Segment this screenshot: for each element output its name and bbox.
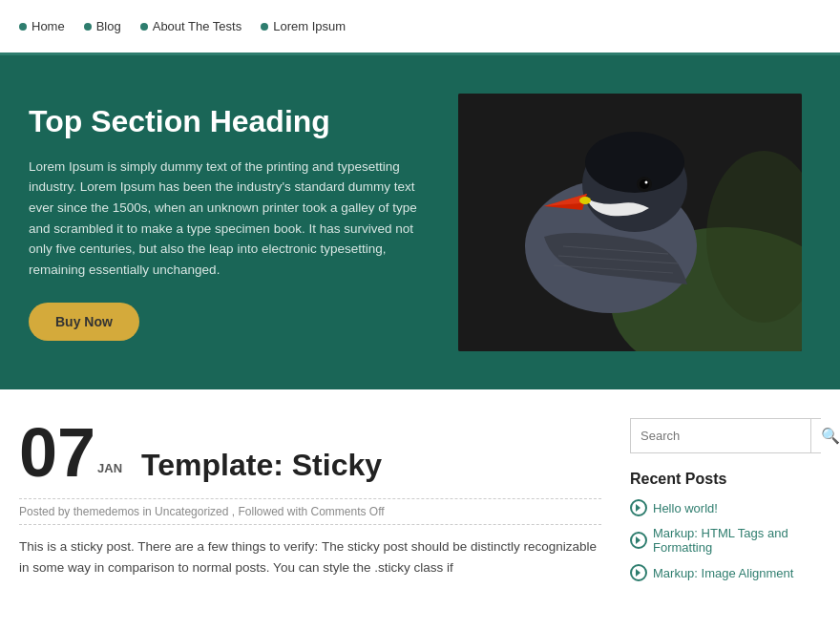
hero-section: Top Section Heading Lorem Ipsum is simpl… (0, 55, 840, 389)
recent-post-1[interactable]: Hello world! (630, 499, 821, 516)
post-meta: Posted by themedemos in Uncategorized , … (19, 498, 601, 525)
svg-point-5 (585, 132, 684, 193)
nav-dot-blog (84, 23, 92, 31)
post-title: Template: Sticky (141, 448, 382, 483)
search-button[interactable]: 🔍 (810, 419, 840, 452)
nav-dot-lorem (261, 23, 268, 31)
left-column: 07 JAN Template: Sticky Posted by themed… (19, 418, 601, 591)
recent-post-3[interactable]: Markup: Image Alignment (630, 564, 821, 581)
main-area: 07 JAN Template: Sticky Posted by themed… (0, 389, 840, 610)
recent-post-icon-1 (630, 499, 647, 516)
recent-post-icon-3 (630, 564, 647, 581)
recent-post-2[interactable]: Markup: HTML Tags and Formatting (630, 526, 821, 555)
svg-point-8 (645, 181, 648, 184)
nav-blog-label: Blog (96, 19, 121, 33)
recent-post-label-1: Hello world! (653, 501, 718, 515)
nav-about[interactable]: About The Tests (140, 19, 242, 33)
nav-lorem[interactable]: Lorem Ipsum (261, 19, 346, 33)
recent-posts-title: Recent Posts (630, 471, 821, 488)
nav-about-label: About The Tests (153, 19, 242, 33)
hero-image (458, 94, 802, 351)
post-date-number: 07 (19, 418, 95, 487)
post-date-block: 07 JAN (19, 418, 122, 487)
hero-body: Lorem Ipsum is simply dummy text of the … (29, 157, 439, 281)
recent-post-label-2: Markup: HTML Tags and Formatting (653, 526, 821, 555)
nav-dot-home (19, 23, 27, 31)
svg-point-9 (579, 197, 591, 204)
hero-heading: Top Section Heading (29, 104, 439, 139)
recent-post-label-3: Markup: Image Alignment (653, 566, 793, 580)
nav-lorem-label: Lorem Ipsum (273, 19, 346, 33)
nav-home-label: Home (32, 19, 65, 33)
hero-content: Top Section Heading Lorem Ipsum is simpl… (29, 104, 439, 342)
post-date-month: JAN (97, 461, 122, 475)
nav-dot-about (140, 23, 148, 31)
nav-home[interactable]: Home (19, 19, 65, 33)
recent-post-icon-2 (630, 532, 647, 549)
post-excerpt: This is a sticky post. There are a few t… (19, 536, 601, 579)
search-input[interactable] (631, 421, 810, 451)
nav-blog[interactable]: Blog (84, 19, 121, 33)
buy-now-button[interactable]: Buy Now (29, 303, 139, 341)
right-sidebar: 🔍 Recent Posts Hello world! Markup: HTML… (630, 418, 821, 591)
search-icon: 🔍 (821, 428, 840, 444)
search-box: 🔍 (630, 418, 821, 453)
main-nav: Home Blog About The Tests Lorem Ipsum (0, 0, 840, 55)
svg-point-7 (640, 179, 649, 189)
